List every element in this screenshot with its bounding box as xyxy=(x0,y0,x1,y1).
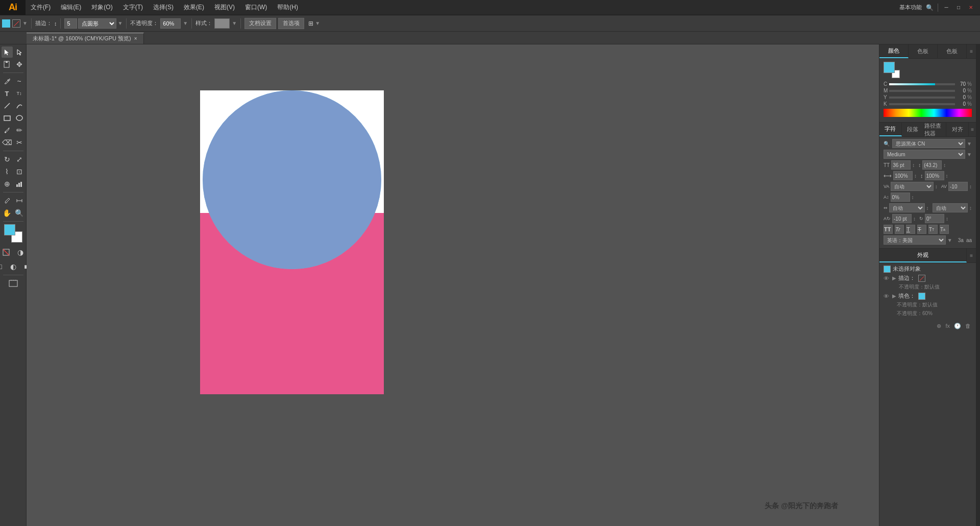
pathfinder-tab[interactable]: 路径查找器 xyxy=(924,123,947,136)
menu-help[interactable]: 帮助(H) xyxy=(272,0,303,15)
eraser-tool[interactable]: ⌫ xyxy=(2,137,13,148)
warp-tool[interactable]: ⌇ xyxy=(2,166,13,177)
stroke-expand-icon[interactable]: ▶ xyxy=(892,275,896,281)
arc-tool[interactable] xyxy=(14,100,25,111)
paragraph-tab[interactable]: 段落 xyxy=(902,123,924,136)
font-family-select[interactable]: 思源黑体 CN xyxy=(892,139,965,148)
cmyk-c-slider[interactable] xyxy=(889,83,955,85)
stroke-visibility-icon[interactable]: 👁 xyxy=(884,275,889,281)
close-button[interactable]: ✕ xyxy=(967,4,975,12)
font-size-arrow[interactable]: ↕ xyxy=(912,162,915,168)
char-space-arrow[interactable]: ↕ xyxy=(969,205,972,211)
right-scrollbar[interactable] xyxy=(976,44,980,526)
tracking-arrow[interactable]: ↕ xyxy=(935,184,938,189)
line-height-input[interactable] xyxy=(922,160,942,170)
rect-tool[interactable] xyxy=(2,112,13,124)
fill-color-swatch[interactable] xyxy=(2,19,10,28)
style-preview[interactable] xyxy=(214,18,230,29)
panel-clock-button[interactable]: 🕐 xyxy=(953,323,962,329)
line-tool[interactable] xyxy=(2,100,13,111)
swatches-tab[interactable]: 色板 xyxy=(909,44,938,58)
gradient-tab[interactable]: 色板 xyxy=(938,44,967,58)
mask-view[interactable]: ◐ xyxy=(8,261,19,272)
align-tab[interactable]: 对齐 xyxy=(946,123,969,136)
restore-button[interactable]: □ xyxy=(954,4,963,12)
cmyk-y-slider[interactable] xyxy=(889,97,955,99)
page-tool[interactable] xyxy=(2,59,13,70)
underline-button[interactable]: T xyxy=(906,225,915,234)
menu-effect[interactable]: 效果(E) xyxy=(179,0,209,15)
vertical-type-tool[interactable]: T↕ xyxy=(14,88,25,99)
fg-swatch[interactable] xyxy=(884,62,895,73)
touch-tool[interactable]: ✥ xyxy=(14,59,25,70)
char-space-select[interactable]: 自动 xyxy=(933,203,968,212)
hand-tool[interactable]: ✋ xyxy=(2,207,13,219)
color-panel-collapse[interactable]: ≡ xyxy=(967,44,976,58)
direct-select-tool[interactable] xyxy=(14,46,25,58)
foreground-color[interactable] xyxy=(4,224,15,235)
subscript-button[interactable]: Ta xyxy=(940,225,949,234)
paintbrush-tool[interactable] xyxy=(2,125,13,136)
select-tool[interactable] xyxy=(2,46,13,58)
font-style-arrow[interactable]: ▼ xyxy=(967,152,972,157)
italic-button[interactable]: Tr xyxy=(895,225,904,234)
appear-object-swatch[interactable] xyxy=(884,266,891,273)
artboard-tool[interactable] xyxy=(4,278,23,289)
stroke-swatch[interactable] xyxy=(918,275,925,282)
brush-type-select[interactable]: 点圆形 xyxy=(78,18,116,29)
search-icon[interactable]: 🔍 xyxy=(926,4,934,11)
ellipse-tool[interactable] xyxy=(14,112,25,124)
menu-type[interactable]: 文字(T) xyxy=(118,0,148,15)
measure-tool[interactable] xyxy=(14,195,25,206)
scale-v-input[interactable] xyxy=(925,171,944,180)
line-height-arrow[interactable]: ↕ xyxy=(943,162,946,168)
eyedropper-tool[interactable] xyxy=(2,195,13,206)
preferences-button[interactable]: 首选项 xyxy=(278,18,304,29)
font-family-arrow[interactable]: ▼ xyxy=(967,141,972,147)
normal-view[interactable]: □ xyxy=(0,261,6,272)
symbol-tool[interactable]: ⊕ xyxy=(2,178,13,189)
scale-h-input[interactable] xyxy=(893,171,913,180)
minimize-button[interactable]: ─ xyxy=(942,4,950,12)
fill-expand-icon[interactable]: ▶ xyxy=(892,293,896,299)
menu-window[interactable]: 窗口(W) xyxy=(240,0,272,15)
appearance-panel-collapse[interactable]: ≡ xyxy=(967,249,976,262)
fill-swatch-appear[interactable] xyxy=(918,293,925,300)
menu-object[interactable]: 对象(O) xyxy=(86,0,117,15)
angle-arrow[interactable]: ↕ xyxy=(946,216,948,222)
curvature-tool[interactable]: ~ xyxy=(14,76,25,87)
menu-select[interactable]: 选择(S) xyxy=(148,0,179,15)
graph-tool[interactable] xyxy=(14,178,25,189)
font-style-select[interactable]: Medium xyxy=(884,150,965,159)
stroke-size-input[interactable] xyxy=(64,18,77,29)
panel-delete-button[interactable]: 🗑 xyxy=(964,323,972,329)
word-space-select[interactable]: 自动 xyxy=(889,203,925,212)
appearance-tab[interactable]: 外观 xyxy=(879,249,967,262)
tab-close-button[interactable]: × xyxy=(134,36,137,41)
cmyk-k-slider[interactable] xyxy=(889,103,955,105)
character-tab[interactable]: 字符 xyxy=(879,123,902,136)
strikethrough-button[interactable]: T xyxy=(917,225,926,234)
scissors-tool[interactable]: ✂ xyxy=(14,137,25,148)
rotation-arrow[interactable]: ↕ xyxy=(913,216,916,222)
word-space-arrow[interactable]: ↕ xyxy=(926,205,929,211)
scale-v-arrow[interactable]: ↕ xyxy=(946,173,948,179)
type-panel-collapse[interactable]: ≡ xyxy=(969,123,976,136)
free-transform-tool[interactable]: ⊡ xyxy=(14,166,25,177)
panel-settings-button[interactable]: fx xyxy=(944,323,951,329)
fill-none[interactable] xyxy=(1,247,12,258)
kerning-arrow[interactable]: ↕ xyxy=(969,184,972,189)
opacity-input[interactable]: 60% xyxy=(160,18,181,29)
angle-input[interactable] xyxy=(925,214,944,223)
tracking-select[interactable]: 自动 xyxy=(891,182,933,191)
type-tool[interactable]: T xyxy=(2,88,13,99)
kerning-input[interactable] xyxy=(948,182,968,191)
scale-tool[interactable]: ⤢ xyxy=(14,154,25,165)
scale-h-arrow[interactable]: ↕ xyxy=(914,173,917,179)
document-tab[interactable]: 未标题-1* @ 1600% (CMYK/GPU 预览) × xyxy=(27,33,144,44)
menu-view[interactable]: 视图(V) xyxy=(209,0,240,15)
font-size-input[interactable] xyxy=(891,160,911,170)
zoom-tool[interactable]: 🔍 xyxy=(14,207,25,219)
pencil-tool[interactable]: ✏ xyxy=(14,125,25,136)
color-spectrum[interactable] xyxy=(884,109,972,117)
